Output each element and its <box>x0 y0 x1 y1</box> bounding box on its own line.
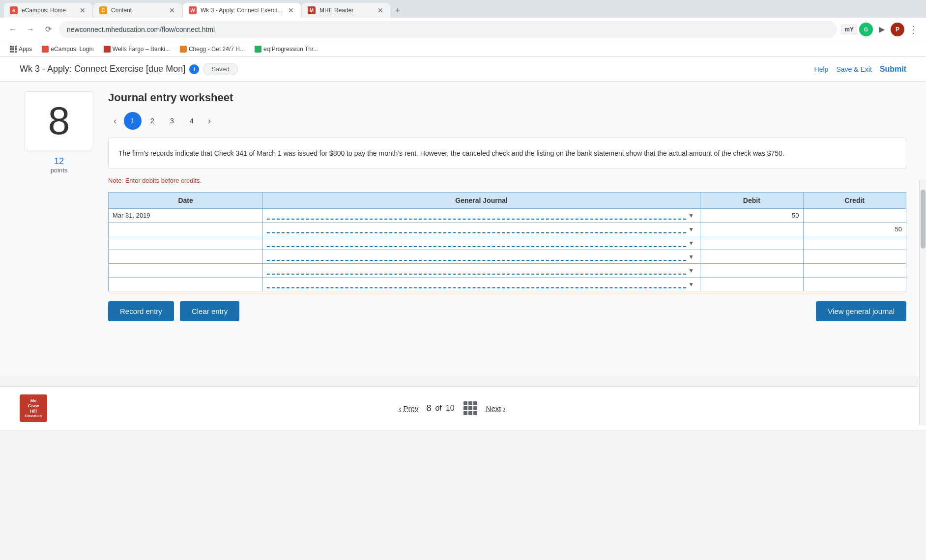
clear-entry-button[interactable]: Clear entry <box>180 301 239 321</box>
gj-cell-3[interactable]: ▼ <box>263 236 700 250</box>
col-header-date: Date <box>109 193 263 209</box>
address-bar-row: ← → ⟳ mY G ▶ P ⋮ <box>0 18 926 41</box>
tab-close-mhe[interactable]: ✕ <box>376 6 384 14</box>
col-header-debit: Debit <box>700 193 803 209</box>
tab-ecampus[interactable]: e eCampus: Home ✕ <box>4 3 92 18</box>
gj-input-5[interactable] <box>267 266 686 275</box>
points-value: 12 <box>54 156 64 167</box>
prev-arrow-icon: ‹ <box>399 404 402 413</box>
gj-cell-6[interactable]: ▼ <box>263 278 700 291</box>
address-input[interactable] <box>59 21 837 38</box>
current-page: 8 <box>426 403 431 414</box>
gj-cell-2[interactable]: ▼ <box>263 223 700 236</box>
tab-close-ecampus[interactable]: ✕ <box>79 6 87 14</box>
tab-mhe[interactable]: M MHE Reader ✕ <box>302 3 390 18</box>
gj-input-2[interactable] <box>267 225 686 233</box>
debit-cell-4 <box>700 250 803 264</box>
view-general-journal-button[interactable]: View general journal <box>816 301 906 321</box>
scrollbar[interactable] <box>919 180 926 425</box>
bottom-nav: Mc Graw Hill Education ‹ Prev 8 of 10 <box>0 386 926 430</box>
date-cell-1: Mar 31, 2019 <box>109 209 263 223</box>
credit-cell-5 <box>803 264 906 278</box>
tab-connect[interactable]: W Wk 3 - Apply: Connect Exercise [ ✕ <box>183 3 301 18</box>
table-row: ▼ <box>109 250 906 264</box>
bookmark-chegg-label: Chegg - Get 24/7 H... <box>189 46 245 53</box>
bookmark-wellsfargo-icon <box>104 46 111 53</box>
tab-close-content[interactable]: ✕ <box>168 6 176 14</box>
gj-cell-5[interactable]: ▼ <box>263 264 700 278</box>
date-cell-2 <box>109 223 263 236</box>
question-panel: 8 12 points <box>20 91 98 366</box>
next-button[interactable]: Next › <box>486 404 506 413</box>
tab-favicon-mhe: M <box>308 6 316 14</box>
page-header: Wk 3 - Apply: Connect Exercise [due Mon]… <box>0 57 926 82</box>
main-content: 8 12 points Journal entry worksheet ‹ 1 … <box>0 82 926 376</box>
bookmark-wellsfargo[interactable]: Wells Fargo – Banki... <box>100 44 174 54</box>
page-title-area: Wk 3 - Apply: Connect Exercise [due Mon]… <box>20 63 238 75</box>
tab-num-1[interactable]: 1 <box>124 112 142 130</box>
table-row: ▼ <box>109 278 906 291</box>
tab-content[interactable]: C Content ✕ <box>93 3 182 18</box>
bookmark-ecampus-icon <box>42 46 49 53</box>
gj-input-1[interactable] <box>267 211 686 220</box>
bookmark-eq-label: eq:Progression Thr... <box>263 46 318 53</box>
tab-close-connect[interactable]: ✕ <box>287 6 295 14</box>
table-row: Mar 31, 2019 ▼ 50 <box>109 209 906 223</box>
date-cell-3 <box>109 236 263 250</box>
menu-button[interactable]: ⋮ <box>906 23 920 36</box>
forward-button[interactable]: → <box>24 23 37 36</box>
profile-avatar[interactable]: P <box>891 23 904 36</box>
credit-cell-6 <box>803 278 906 291</box>
scrollbar-thumb[interactable] <box>921 190 926 249</box>
prev-button[interactable]: ‹ Prev <box>399 404 419 413</box>
refresh-button[interactable]: ⟳ <box>41 23 55 36</box>
submit-button[interactable]: Submit <box>880 65 906 74</box>
gj-cell-4[interactable]: ▼ <box>263 250 700 264</box>
tab-label-connect: Wk 3 - Apply: Connect Exercise [ <box>201 7 283 14</box>
refresh-circle-icon[interactable]: ▶ <box>875 23 889 36</box>
gj-cell-1[interactable]: ▼ <box>263 209 700 223</box>
dropdown-arrow-4[interactable]: ▼ <box>686 253 696 260</box>
help-link[interactable]: Help <box>814 65 829 73</box>
bookmark-eq[interactable]: eq:Progression Thr... <box>251 44 322 54</box>
header-actions: Help Save & Exit Submit <box>814 65 906 74</box>
dropdown-arrow-1[interactable]: ▼ <box>686 212 696 219</box>
dropdown-arrow-5[interactable]: ▼ <box>686 267 696 274</box>
description-box: The firm's records indicate that Check 3… <box>108 138 906 169</box>
bookmark-eq-icon <box>255 46 261 53</box>
tab-prev-arrow[interactable]: ‹ <box>108 114 122 128</box>
info-icon[interactable]: i <box>189 64 199 74</box>
dropdown-arrow-2[interactable]: ▼ <box>686 226 696 233</box>
bookmark-ecampus[interactable]: eCampus: Login <box>38 44 97 54</box>
record-entry-button[interactable]: Record entry <box>108 301 174 321</box>
tab-label-mhe: MHE Reader <box>319 7 373 14</box>
date-cell-4 <box>109 250 263 264</box>
dropdown-arrow-6[interactable]: ▼ <box>686 281 696 288</box>
credit-cell-4 <box>803 250 906 264</box>
tab-next-arrow[interactable]: › <box>203 114 216 128</box>
tab-navigation: ‹ 1 2 3 4 › <box>108 112 906 130</box>
grammarly-icon[interactable]: G <box>859 23 873 36</box>
grid-view-button[interactable] <box>463 400 478 416</box>
debit-cell-5 <box>700 264 803 278</box>
table-row: ▼ 50 <box>109 223 906 236</box>
bookmark-ecampus-label: eCampus: Login <box>51 46 93 53</box>
col-header-credit: Credit <box>803 193 906 209</box>
toolbar-icons: mY G ▶ P ⋮ <box>841 23 920 36</box>
tab-num-3[interactable]: 3 <box>163 112 181 130</box>
gj-input-6[interactable] <box>267 280 686 288</box>
bookmark-apps[interactable]: Apps <box>6 44 36 54</box>
bookmark-chegg-icon <box>180 46 187 53</box>
gj-input-4[interactable] <box>267 252 686 261</box>
grid-icon <box>463 401 477 415</box>
tab-num-4[interactable]: 4 <box>183 112 201 130</box>
debit-cell-2 <box>700 223 803 236</box>
gj-input-3[interactable] <box>267 239 686 247</box>
question-number: 8 <box>48 98 70 143</box>
back-button[interactable]: ← <box>6 23 20 36</box>
bookmark-chegg[interactable]: Chegg - Get 24/7 H... <box>176 44 249 54</box>
tab-num-2[interactable]: 2 <box>144 112 161 130</box>
dropdown-arrow-3[interactable]: ▼ <box>686 240 696 247</box>
save-exit-button[interactable]: Save & Exit <box>836 65 871 73</box>
new-tab-button[interactable]: + <box>391 3 405 18</box>
